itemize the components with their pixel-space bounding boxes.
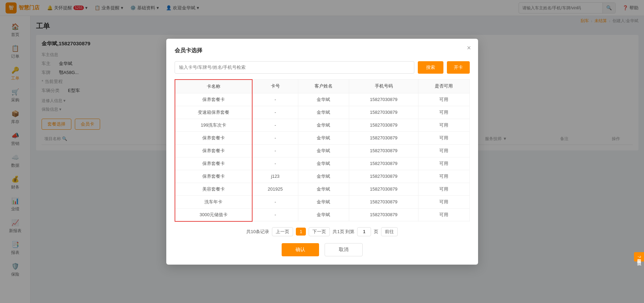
table-header-row: 卡名称 卡号 客户姓名 手机号码 是否可用: [175, 80, 470, 93]
cell-available: 可用: [418, 183, 469, 195]
th-customer: 客户姓名: [298, 80, 349, 93]
modal-table-wrapper: 卡名称 卡号 客户姓名 手机号码 是否可用 保养套餐卡-金华斌158270308…: [175, 79, 470, 222]
cell-card-name: 199洗车次卡: [175, 119, 253, 131]
cell-available: 可用: [418, 170, 469, 183]
float-help-button[interactable]: 有问题?点我: [634, 252, 644, 261]
modal-table-head: 卡名称 卡号 客户姓名 手机号码 是否可用: [175, 80, 470, 93]
cell-customer: 金华斌: [298, 170, 349, 183]
table-row[interactable]: 保养套餐卡-金华斌15827030879可用: [175, 93, 470, 106]
cell-customer: 金华斌: [298, 144, 349, 157]
cell-card-no: -: [252, 195, 298, 208]
table-row[interactable]: 保养套餐卡-金华斌15827030879可用: [175, 144, 470, 157]
cell-available: 可用: [418, 208, 469, 221]
cell-customer: 金华斌: [298, 195, 349, 208]
cell-card-name: 变速箱保养套餐: [175, 106, 253, 119]
cell-card-no: -: [252, 119, 298, 131]
current-page-button[interactable]: 1: [296, 228, 306, 236]
th-card-name: 卡名称: [175, 80, 253, 93]
table-row[interactable]: 199洗车次卡-金华斌15827030879可用: [175, 119, 470, 131]
cell-card-name: 洗车年卡: [175, 195, 253, 208]
cell-customer: 金华斌: [298, 106, 349, 119]
total-pages-label: 共1页 到第: [333, 229, 354, 235]
cancel-button[interactable]: 取消: [325, 243, 363, 256]
cell-card-no: j123: [252, 170, 298, 183]
cell-card-name: 保养套餐卡: [175, 131, 253, 144]
cell-phone: 15827030879: [349, 144, 418, 157]
table-row[interactable]: 美容套餐卡201925金华斌15827030879可用: [175, 183, 470, 195]
table-row[interactable]: 保养套餐卡-金华斌15827030879可用: [175, 131, 470, 144]
cell-customer: 金华斌: [298, 93, 349, 106]
cell-card-no: -: [252, 144, 298, 157]
cell-available: 可用: [418, 157, 469, 170]
cell-card-no: 201925: [252, 183, 298, 195]
cell-customer: 金华斌: [298, 208, 349, 221]
cell-available: 可用: [418, 106, 469, 119]
pagination: 共10条记录 上一页 1 下一页 共1页 到第 页 前往: [175, 227, 470, 236]
page-unit-label: 页: [374, 229, 378, 235]
cell-card-name: 保养套餐卡: [175, 93, 253, 106]
next-page-button[interactable]: 下一页: [309, 227, 330, 236]
cell-card-name: 保养套餐卡: [175, 144, 253, 157]
cell-customer: 金华斌: [298, 131, 349, 144]
cell-card-name: 保养套餐卡: [175, 170, 253, 183]
cell-available: 可用: [418, 93, 469, 106]
float-help-label: 有问题?点我: [637, 256, 642, 258]
modal-search-button[interactable]: 搜索: [418, 61, 443, 74]
cell-customer: 金华斌: [298, 119, 349, 131]
cell-available: 可用: [418, 144, 469, 157]
goto-button[interactable]: 前往: [381, 227, 398, 236]
cell-card-name: 保养套餐卡: [175, 157, 253, 170]
modal-search-input[interactable]: [175, 61, 414, 74]
cell-phone: 15827030879: [349, 131, 418, 144]
cell-phone: 15827030879: [349, 119, 418, 131]
cell-card-name: 3000元储值卡: [175, 208, 253, 221]
modal-table-body: 保养套餐卡-金华斌15827030879可用变速箱保养套餐-金华斌1582703…: [175, 93, 470, 221]
cell-card-name: 美容套餐卡: [175, 183, 253, 195]
modal-search-row: 搜索 开卡: [175, 61, 470, 74]
prev-page-button[interactable]: 上一页: [272, 227, 293, 236]
cell-card-no: -: [252, 157, 298, 170]
cell-available: 可用: [418, 119, 469, 131]
cell-phone: 15827030879: [349, 208, 418, 221]
th-available: 是否可用: [418, 80, 469, 93]
modal-open-card-button[interactable]: 开卡: [447, 61, 470, 74]
cell-phone: 15827030879: [349, 195, 418, 208]
cell-available: 可用: [418, 131, 469, 144]
table-row[interactable]: 洗车年卡-金华斌15827030879可用: [175, 195, 470, 208]
cell-card-no: -: [252, 106, 298, 119]
th-card-no: 卡号: [252, 80, 298, 93]
cell-phone: 15827030879: [349, 183, 418, 195]
cell-card-no: -: [252, 93, 298, 106]
cell-phone: 15827030879: [349, 170, 418, 183]
modal-overlay: 会员卡选择 × 搜索 开卡 卡名称 卡号 客户姓名 手机号码 是否可用: [0, 0, 644, 303]
cell-phone: 15827030879: [349, 157, 418, 170]
cell-available: 可用: [418, 195, 469, 208]
cell-phone: 15827030879: [349, 106, 418, 119]
table-row[interactable]: 保养套餐卡j123金华斌15827030879可用: [175, 170, 470, 183]
th-phone: 手机号码: [349, 80, 418, 93]
modal-table: 卡名称 卡号 客户姓名 手机号码 是否可用 保养套餐卡-金华斌158270308…: [175, 79, 470, 222]
cell-card-no: -: [252, 131, 298, 144]
cell-customer: 金华斌: [298, 157, 349, 170]
cell-card-no: -: [252, 208, 298, 221]
table-row[interactable]: 3000元储值卡-金华斌15827030879可用: [175, 208, 470, 221]
modal-footer: 确认 取消: [175, 243, 470, 256]
modal-close-button[interactable]: ×: [467, 44, 471, 51]
total-records: 共10条记录: [246, 229, 269, 235]
cell-phone: 15827030879: [349, 93, 418, 106]
cell-customer: 金华斌: [298, 183, 349, 195]
goto-page-input[interactable]: [357, 227, 371, 236]
member-card-modal: 会员卡选择 × 搜索 开卡 卡名称 卡号 客户姓名 手机号码 是否可用: [166, 39, 478, 265]
modal-title: 会员卡选择: [175, 47, 470, 54]
table-row[interactable]: 保养套餐卡-金华斌15827030879可用: [175, 157, 470, 170]
table-row[interactable]: 变速箱保养套餐-金华斌15827030879可用: [175, 106, 470, 119]
confirm-button[interactable]: 确认: [282, 243, 319, 256]
